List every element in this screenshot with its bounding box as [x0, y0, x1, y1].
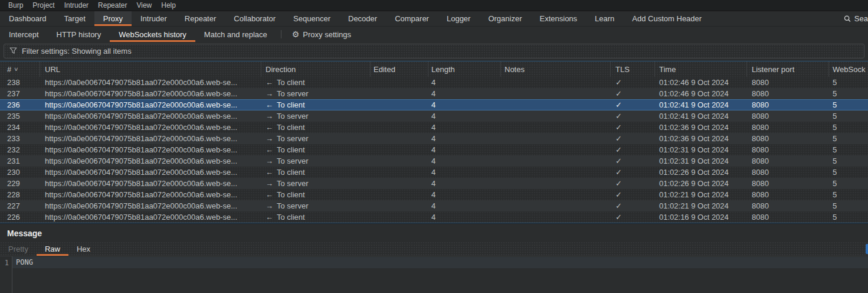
cell-listener_port: 8080 [747, 200, 829, 211]
cell-num: 238 [0, 77, 40, 88]
message-tab-pretty[interactable]: Pretty [0, 242, 37, 256]
tab-decoder[interactable]: Decoder [339, 11, 386, 26]
cell-time: 01:02:46 9 Oct 2024 [655, 88, 747, 99]
table-row[interactable]: 235https://0a0e00670479075b81aa072e000c0… [0, 110, 868, 122]
table-row[interactable]: 233https://0a0e00670479075b81aa072e000c0… [0, 133, 868, 144]
cell-length: 4 [428, 189, 501, 200]
cell-length: 4 [428, 200, 501, 211]
table-row[interactable]: 226https://0a0e00670479075b81aa072e000c0… [0, 211, 868, 223]
table-row[interactable]: 228https://0a0e00670479075b81aa072e000c0… [0, 189, 868, 200]
message-panel-title: Message [0, 224, 868, 242]
arrow-right-icon: → [266, 134, 273, 143]
table-row[interactable]: 236https://0a0e00670479075b81aa072e000c0… [0, 99, 868, 110]
tab-learn[interactable]: Learn [586, 11, 623, 26]
column-header-num[interactable]: #∨ [0, 61, 40, 77]
tab-repeater[interactable]: Repeater [176, 11, 225, 26]
message-editor[interactable]: 1 PONG [0, 256, 868, 293]
menu-view[interactable]: View [132, 1, 156, 9]
tab-proxy[interactable]: Proxy [94, 11, 132, 26]
cell-url: https://0a0e00670479075b81aa072e000c00a6… [40, 110, 261, 122]
arrow-left-icon: ← [266, 100, 273, 109]
arrow-left-icon: ← [266, 78, 273, 87]
tab-dashboard[interactable]: Dashboard [0, 11, 55, 26]
direction-label: To server [277, 179, 308, 188]
cell-edited [371, 211, 428, 223]
table-row[interactable]: 232https://0a0e00670479075b81aa072e000c0… [0, 144, 868, 155]
tab-add-custom-header[interactable]: Add Custom Header [623, 11, 710, 26]
column-header-listener_port[interactable]: Listener port [747, 61, 829, 77]
message-tab-raw[interactable]: Raw [37, 242, 68, 256]
table-row[interactable]: 237https://0a0e00670479075b81aa072e000c0… [0, 88, 868, 99]
arrow-right-icon: → [266, 157, 273, 165]
menu-bar: BurpProjectIntruderRepeaterViewHelp [0, 0, 868, 11]
cell-direction: →To server [261, 178, 371, 189]
table-row[interactable]: 234https://0a0e00670479075b81aa072e000c0… [0, 122, 868, 133]
cell-time: 01:02:31 9 Oct 2024 [655, 155, 747, 167]
filter-settings-bar[interactable]: Filter settings: Showing all items [4, 44, 864, 58]
tab-intruder[interactable]: Intruder [132, 11, 176, 26]
table-row[interactable]: 230https://0a0e00670479075b81aa072e000c0… [0, 167, 868, 178]
help-icon[interactable] [866, 244, 868, 254]
cell-num: 235 [0, 110, 40, 122]
cell-listener_port: 8080 [747, 189, 829, 200]
tab-comparer[interactable]: Comparer [386, 11, 438, 26]
tab-sequencer[interactable]: Sequencer [284, 11, 339, 26]
tab-target[interactable]: Target [55, 11, 94, 26]
column-header-time[interactable]: Time [655, 61, 747, 77]
tab-logger[interactable]: Logger [438, 11, 479, 26]
tls-check-icon: ✓ [615, 190, 622, 199]
tab-extensions[interactable]: Extensions [531, 11, 587, 26]
cell-notes [501, 133, 611, 144]
table-row[interactable]: 227https://0a0e00670479075b81aa072e000c0… [0, 200, 868, 211]
tab-organizer[interactable]: Organizer [479, 11, 530, 26]
tls-check-icon: ✓ [615, 157, 622, 165]
menu-help[interactable]: Help [156, 1, 181, 9]
menu-burp[interactable]: Burp [4, 1, 28, 9]
table-row[interactable]: 238https://0a0e00670479075b81aa072e000c0… [0, 77, 868, 88]
cell-length: 4 [428, 122, 501, 133]
tls-check-icon: ✓ [615, 123, 622, 132]
cell-notes [501, 122, 611, 133]
cell-num: 233 [0, 133, 40, 144]
tab-intercept[interactable]: Intercept [0, 27, 48, 42]
tab-http-history[interactable]: HTTP history [48, 27, 110, 42]
search-button[interactable]: Sea [843, 11, 868, 26]
tab-match-and-replace[interactable]: Match and replace [195, 27, 276, 42]
menu-intruder[interactable]: Intruder [60, 1, 93, 9]
cell-url: https://0a0e00670479075b81aa072e000c00a6… [40, 178, 261, 189]
column-header-length[interactable]: Length [428, 61, 501, 77]
cell-length: 4 [428, 88, 501, 99]
tab-websockets-history[interactable]: WebSockets history [110, 27, 195, 42]
table-row[interactable]: 231https://0a0e00670479075b81aa072e000c0… [0, 155, 868, 167]
cell-tls: ✓ [611, 110, 655, 122]
tab-collaborator[interactable]: Collaborator [225, 11, 284, 26]
cell-websocket: 5 [829, 155, 868, 167]
cell-tls: ✓ [611, 200, 655, 211]
cell-listener_port: 8080 [747, 110, 829, 122]
cell-time: 01:02:46 9 Oct 2024 [655, 77, 747, 88]
column-header-websocket[interactable]: WebSock [829, 61, 868, 77]
direction-label: To server [277, 112, 308, 121]
column-header-url[interactable]: URL [40, 61, 261, 77]
arrow-right-icon: → [266, 112, 273, 121]
table-row[interactable]: 229https://0a0e00670479075b81aa072e000c0… [0, 178, 868, 189]
arrow-left-icon: ← [266, 213, 273, 222]
cell-num: 234 [0, 122, 40, 133]
column-header-edited[interactable]: Edited [371, 61, 428, 77]
tab-proxy-settings[interactable]: ⚙ Proxy settings [286, 27, 357, 42]
cell-tls: ✓ [611, 88, 655, 99]
column-header-tls[interactable]: TLS [611, 61, 655, 77]
message-tab-hex[interactable]: Hex [68, 242, 99, 256]
cell-num: 230 [0, 167, 40, 178]
sub-tab-bar: InterceptHTTP historyWebSockets historyM… [0, 27, 868, 42]
column-header-notes[interactable]: Notes [501, 61, 611, 77]
menu-repeater[interactable]: Repeater [93, 1, 132, 9]
cell-websocket: 5 [829, 77, 868, 88]
direction-label: To client [277, 78, 305, 87]
cell-time: 01:02:21 9 Oct 2024 [655, 189, 747, 200]
menu-project[interactable]: Project [28, 1, 59, 9]
cell-direction: ←To client [261, 167, 371, 178]
cell-direction: ←To client [261, 122, 371, 133]
column-header-direction[interactable]: Direction [261, 61, 371, 77]
editor-gutter: 1 [0, 256, 12, 293]
